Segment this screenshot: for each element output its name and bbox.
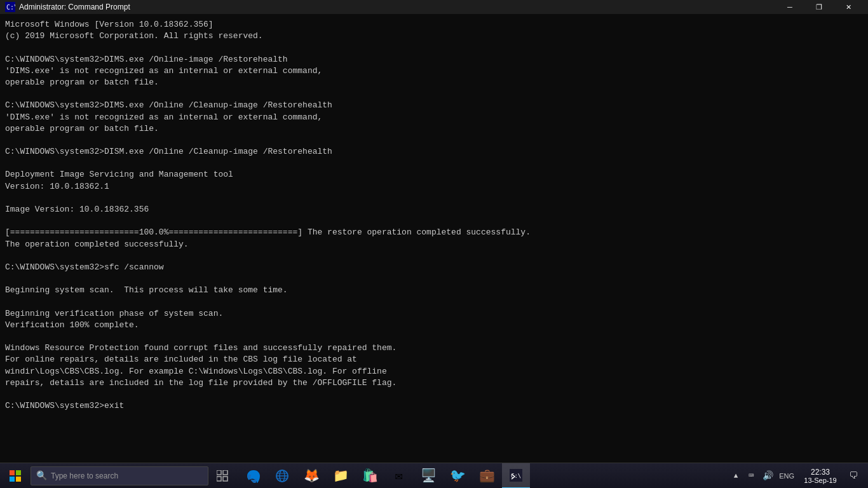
cmd-area[interactable]: Microsoft Windows [Version 10.0.18362.35… [0,14,868,463]
firefox-taskbar-item[interactable]: 🦊 [297,463,325,489]
restore-button[interactable]: ❐ [804,0,834,14]
edge-taskbar-item[interactable] [239,463,267,489]
svg-text:C:\: C:\ [6,4,15,11]
svg-rect-3 [16,470,21,475]
cmd-icon: C:\ [5,2,15,12]
title-bar-left: C:\ Administrator: Command Prompt [5,2,130,12]
window-title: Administrator: Command Prompt [19,3,130,11]
show-hidden-icons-button[interactable]: ▲ [729,463,742,489]
svg-rect-8 [217,477,221,481]
cmd-taskbar-icon: C:\ [510,469,522,482]
svg-rect-4 [10,477,15,482]
store-icon: 🛍️ [362,468,378,484]
briefcase-taskbar-item[interactable]: 💼 [473,463,501,489]
title-bar: C:\ Administrator: Command Prompt ─ ❐ ✕ [0,0,868,14]
search-bar[interactable]: 🔍 Type here to search [31,466,208,485]
keyboard-icon: ⌨ [749,470,754,481]
svg-rect-6 [217,470,221,475]
task-view-icon [217,470,228,482]
svg-rect-2 [10,470,15,475]
windows-logo-icon [10,470,21,482]
start-button[interactable] [0,463,31,489]
cmd-taskbar-item[interactable]: C:\ [502,463,530,489]
tablet-taskbar-item[interactable]: 🖥️ [414,463,442,489]
close-button[interactable]: ✕ [834,0,863,14]
taskbar: 🔍 Type here to search [0,463,868,488]
minimize-button[interactable]: ─ [775,0,804,14]
mail-icon: ✉️ [395,468,403,484]
twitter-icon: 🐦 [450,468,466,484]
language-button[interactable]: ENG [776,463,797,489]
chevron-up-icon: ▲ [734,472,738,480]
notification-icon: 🗨 [849,471,858,481]
mail-taskbar-item[interactable]: ✉️ [385,463,413,489]
keyboard-icon-button[interactable]: ⌨ [743,463,759,489]
file-explorer-icon: 📁 [333,468,349,484]
firefox-icon: 🦊 [304,468,320,484]
search-icon: 🔍 [36,470,47,481]
twitter-taskbar-item[interactable]: 🐦 [444,463,471,489]
clock-date: 13-Sep-19 [804,477,836,484]
briefcase-icon: 💼 [479,468,495,484]
clock-button[interactable]: 22:33 13-Sep-19 [798,463,843,489]
window-controls: ─ ❐ ✕ [775,0,863,14]
clock-time: 22:33 [811,468,830,477]
task-view-button[interactable] [208,463,236,489]
search-placeholder: Type here to search [51,471,118,480]
svg-rect-5 [16,477,21,482]
taskbar-right: ▲ ⌨ 🔊 ENG 22:33 13-Sep-19 🗨 [729,463,868,489]
ie-taskbar-item[interactable] [268,463,296,489]
file-explorer-taskbar-item[interactable]: 📁 [327,463,355,489]
svg-rect-7 [223,470,227,475]
tablet-icon: 🖥️ [421,468,437,484]
svg-rect-9 [223,477,227,481]
store-taskbar-item[interactable]: 🛍️ [356,463,384,489]
notification-button[interactable]: 🗨 [844,463,863,489]
volume-icon: 🔊 [763,470,773,481]
volume-button[interactable]: 🔊 [760,463,775,489]
cmd-output: Microsoft Windows [Version 10.0.18362.35… [5,19,863,412]
taskbar-apps: 🦊 📁 🛍️ ✉️ 🖥️ 🐦 💼 C:\ [236,463,729,489]
